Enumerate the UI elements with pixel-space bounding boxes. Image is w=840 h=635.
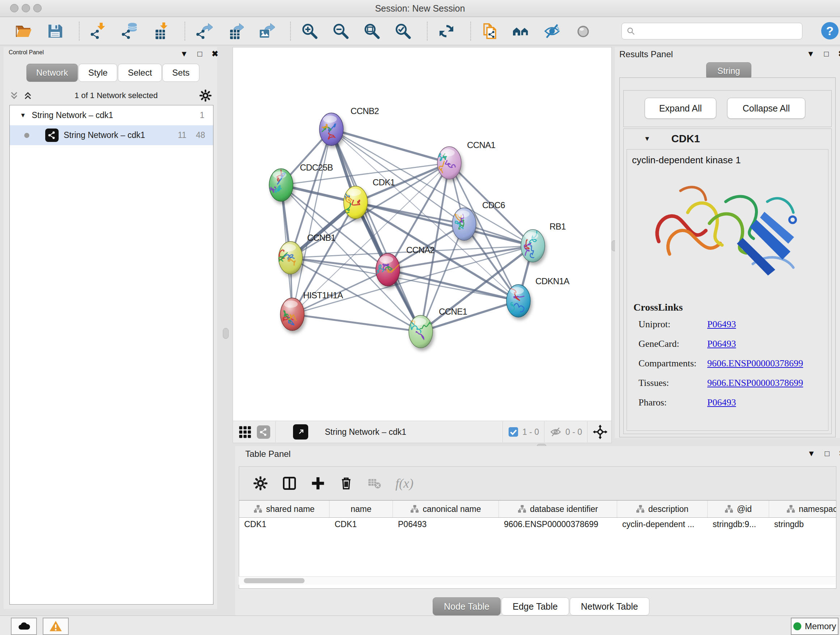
network-node-CCNB1[interactable] xyxy=(278,241,302,274)
network-edge-CDK1-RB1[interactable] xyxy=(355,203,533,246)
string-view-icon[interactable] xyxy=(257,425,270,439)
table-cell[interactable]: P06493 xyxy=(398,519,497,529)
left-splitter-handle[interactable] xyxy=(223,328,229,339)
network-edge-CCNB2-HIST1H1A[interactable] xyxy=(292,129,332,314)
node-table[interactable]: shared namenamecanonical namedatabase id… xyxy=(239,500,836,589)
tab-string[interactable]: String xyxy=(706,62,752,80)
network-collection-row[interactable]: ▼ String Network – cdk1 1 xyxy=(10,105,213,125)
column-header-canonical-name[interactable]: canonical name xyxy=(393,501,499,517)
memory-button[interactable]: Memory xyxy=(791,618,838,635)
import-table-button[interactable] xyxy=(151,22,170,41)
tab-network-table[interactable]: Network Table xyxy=(570,597,649,616)
network-node-CDC6[interactable] xyxy=(452,208,476,241)
hide-panel-button[interactable] xyxy=(543,22,561,41)
table-horizontal-scrollbar[interactable] xyxy=(239,576,836,585)
hidden-eye-slash-icon[interactable] xyxy=(549,426,562,438)
tab-edge-table[interactable]: Edge Table xyxy=(501,597,569,616)
help-button[interactable]: ? xyxy=(821,22,838,40)
network-node-CCNE1[interactable] xyxy=(407,315,434,348)
grid-view-icon[interactable] xyxy=(238,425,252,439)
column-header-namespace[interactable]: namespace xyxy=(769,501,836,517)
collapse-all-icon[interactable] xyxy=(9,90,19,101)
network-node-CDKN1A[interactable] xyxy=(507,285,531,317)
zoom-in-button[interactable] xyxy=(300,22,319,41)
network-node-CCNA1[interactable] xyxy=(437,147,461,179)
network-edge-CCNE1-HIST1H1A[interactable] xyxy=(292,314,421,332)
column-header-name[interactable]: name xyxy=(330,501,393,517)
export-image-button[interactable] xyxy=(257,22,276,41)
table-cell[interactable]: CDK1 xyxy=(335,519,392,529)
save-session-button[interactable] xyxy=(46,22,65,41)
tab-style[interactable]: Style xyxy=(79,64,117,82)
panel-close-icon[interactable]: ✖ xyxy=(838,49,840,59)
expand-all-icon[interactable] xyxy=(22,90,33,101)
export-table-button[interactable] xyxy=(226,22,245,41)
crosslink-link[interactable]: P06493 xyxy=(707,319,736,330)
search-input[interactable] xyxy=(636,25,802,38)
zoom-out-button[interactable] xyxy=(332,22,350,41)
warning-status-button[interactable] xyxy=(43,618,69,635)
network-canvas[interactable]: CCNB2CCNA1CDC25BCDK1CDC6RB1CCNB1CCNA2CDK… xyxy=(233,47,612,421)
table-cell[interactable]: 9606.ENSP00000378699 xyxy=(504,519,616,529)
tab-node-table[interactable]: Node Table xyxy=(433,597,501,616)
table-cell[interactable]: stringdb:9... xyxy=(713,519,767,529)
export-network-button[interactable] xyxy=(195,22,213,41)
crosslink-link[interactable]: P06493 xyxy=(707,339,736,349)
panel-close-icon[interactable]: ✖ xyxy=(212,49,218,59)
collapse-all-button[interactable]: Collapse All xyxy=(727,98,805,119)
network-edge-CCNB2-CCNA1[interactable] xyxy=(332,129,449,163)
network-row[interactable]: String Network – cdk1 11 48 xyxy=(10,125,213,145)
network-node-CCNA2[interactable] xyxy=(376,253,400,286)
tab-select[interactable]: Select xyxy=(118,64,162,82)
import-string-button[interactable] xyxy=(480,22,499,41)
table-options-gear-icon[interactable] xyxy=(253,476,268,491)
column-header--id[interactable]: @id xyxy=(707,501,769,517)
column-header-description[interactable]: description xyxy=(617,501,707,517)
open-session-button[interactable] xyxy=(14,22,33,41)
show-lens-button[interactable] xyxy=(574,22,592,41)
table-cell[interactable]: stringdb xyxy=(774,519,836,529)
network-node-CDC25B[interactable] xyxy=(269,169,293,201)
network-edge-CCNB1-CCNA2[interactable] xyxy=(291,258,388,270)
network-node-HIST1H1A[interactable] xyxy=(280,298,304,331)
panel-menu-icon[interactable]: ▼ xyxy=(807,449,815,458)
zoom-selected-button[interactable] xyxy=(393,22,412,41)
show-columns-icon[interactable] xyxy=(282,476,297,491)
refresh-view-button[interactable] xyxy=(437,22,456,41)
search-box[interactable] xyxy=(622,23,802,40)
string-home-button[interactable] xyxy=(512,22,531,41)
collection-disclosure-icon[interactable]: ▼ xyxy=(20,112,26,119)
panel-menu-icon[interactable]: ▼ xyxy=(807,49,815,59)
create-column-icon[interactable] xyxy=(311,476,325,491)
zoom-fit-button[interactable] xyxy=(363,22,381,41)
selected-checkbox-icon[interactable] xyxy=(508,426,519,437)
network-node-CCNB2[interactable] xyxy=(319,113,343,146)
pan-crosshair-icon[interactable] xyxy=(592,424,608,440)
table-cell[interactable]: CDK1 xyxy=(244,519,328,529)
cloud-status-button[interactable] xyxy=(11,618,37,635)
expand-all-button[interactable]: Expand All xyxy=(645,98,716,119)
panel-float-icon[interactable]: □ xyxy=(824,49,829,59)
node-entry-header[interactable]: ▼ CDK1 xyxy=(624,129,831,149)
panel-menu-icon[interactable]: ▼ xyxy=(180,49,188,59)
network-options-gear-icon[interactable] xyxy=(199,89,212,102)
tab-sets[interactable]: Sets xyxy=(163,64,199,82)
crosslink-link[interactable]: 9606.ENSP00000378699 xyxy=(707,358,803,369)
import-network-file-button[interactable] xyxy=(89,22,108,41)
tab-network[interactable]: Network xyxy=(27,64,78,82)
import-network-database-button[interactable] xyxy=(120,22,139,41)
open-in-new-window-icon[interactable] xyxy=(293,424,308,440)
scrollbar-thumb[interactable] xyxy=(244,578,305,583)
column-header-shared-name[interactable]: shared name xyxy=(239,501,330,517)
crosslink-link[interactable]: P06493 xyxy=(707,397,736,408)
network-edge-CDKN1A-CCNE1[interactable] xyxy=(421,301,518,332)
delete-column-icon[interactable] xyxy=(339,476,354,491)
network-edge-CCNB2-CCNE1[interactable] xyxy=(332,129,421,332)
panel-float-icon[interactable]: □ xyxy=(197,49,202,59)
entry-disclosure-icon[interactable]: ▼ xyxy=(644,135,651,143)
network-node-RB1[interactable] xyxy=(521,230,545,262)
network-edge-CCNB2-RB1[interactable] xyxy=(332,129,533,246)
table-cell[interactable]: cyclin-dependent ... xyxy=(622,519,706,529)
crosslink-link[interactable]: 9606.ENSP00000378699 xyxy=(707,378,803,388)
column-header-database-identifier[interactable]: database identifier xyxy=(499,501,617,517)
